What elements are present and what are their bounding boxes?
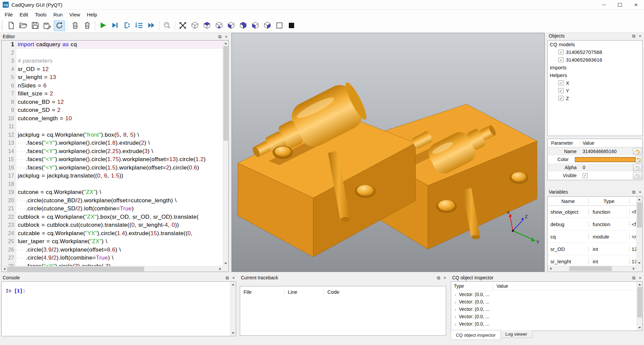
tree-item-helpers[interactable]: Helpers	[548, 71, 642, 79]
code-line-18[interactable]: 18	[2, 180, 223, 189]
delete-all-button[interactable]	[69, 20, 81, 31]
objects-float-button[interactable]: ⧉	[632, 34, 635, 38]
property-row-color[interactable]: Color	[548, 155, 642, 163]
inspector-row-0[interactable]: ›Vector: (0.0, ...	[451, 291, 642, 298]
editor-horizontal-scrollbar[interactable]	[2, 266, 223, 272]
inspect-button[interactable]	[161, 20, 173, 31]
code-line-24[interactable]: 24cutcable·=·cq.Workplane("YX").circle(1…	[2, 229, 223, 238]
code-line-9[interactable]: 9cutcone_SD·=·2	[2, 106, 223, 115]
code-line-7[interactable]: 7fillet_size·=·2	[2, 90, 223, 98]
tab-log-viewer[interactable]: Log viewer	[501, 330, 532, 338]
code-line-20[interactable]: 20····.circle(cutcone_BD/2).workplane(of…	[2, 197, 223, 205]
scroll-right-icon[interactable]	[631, 266, 637, 271]
code-line-8[interactable]: 8cutcone_BD·=·12	[2, 98, 223, 107]
view-right-button[interactable]	[262, 20, 273, 31]
debug-button[interactable]	[109, 20, 121, 31]
tab-cq-object-inspector[interactable]: CQ object inspector	[451, 330, 501, 340]
undo-button[interactable]	[633, 148, 642, 155]
inspector-row-2[interactable]: ›Vector: (0.0, ...	[451, 305, 642, 313]
code-editor[interactable]: 1import·cadquery·as·cq23# parameters4sr_…	[1, 40, 229, 272]
code-line-5[interactable]: 5sr_lenght·=·13	[2, 73, 223, 82]
menu-run[interactable]: Run	[50, 11, 66, 18]
save-as-button[interactable]	[42, 20, 53, 31]
code-line-14[interactable]: 14····.faces("<Y").workplane().circle(2.…	[2, 147, 223, 156]
inspector-header-type[interactable]: Type	[451, 282, 493, 290]
fast-forward-button[interactable]	[146, 20, 157, 31]
code-line-3[interactable]: 3# parameters	[2, 57, 223, 65]
inspector-row-1[interactable]: ›Vector: (0.0, ...	[451, 298, 642, 305]
view-bottom-button[interactable]	[213, 20, 225, 31]
tree-item-3140652683616[interactable]: ✓3140652683616	[548, 56, 642, 64]
tree-item-z[interactable]: ✓Z	[548, 94, 642, 102]
inspector-vertical-scrollbar[interactable]	[637, 282, 642, 331]
traceback-float-button[interactable]: ⧉	[437, 276, 440, 280]
variables-float-button[interactable]: ⧉	[632, 190, 635, 194]
code-line-4[interactable]: 4sr_OD·=·12	[2, 65, 223, 74]
editor-close-button[interactable]: ×	[225, 34, 227, 39]
view-top-button[interactable]	[201, 20, 213, 31]
property-value[interactable]: 0	[580, 165, 633, 170]
block-step-button[interactable]	[133, 20, 145, 31]
variables-vertical-scrollbar[interactable]	[636, 197, 642, 266]
editor-vertical-scrollbar[interactable]	[223, 41, 228, 266]
variables-horizontal-scrollbar[interactable]	[548, 266, 637, 272]
code-line-23[interactable]: 23cutblock·=·cutblock.cut(cutcone).trans…	[2, 221, 223, 229]
property-value[interactable]: 3140646685160	[580, 149, 633, 154]
code-line-26[interactable]: 26····.circle(3.9/2).workplane(offset=8.…	[2, 246, 223, 254]
viewport-3d[interactable]: X Z Y	[231, 33, 545, 272]
shaded-button[interactable]	[286, 20, 297, 31]
tree-item-cq-models[interactable]: CQ models	[548, 41, 642, 48]
variable-row-sr_lenght[interactable]: sr_lenghtint13	[548, 255, 637, 266]
view-back-button[interactable]	[237, 20, 249, 31]
maximize-button[interactable]	[612, 0, 628, 9]
menu-help[interactable]: Help	[84, 11, 101, 18]
property-value[interactable]	[572, 157, 635, 162]
step-button[interactable]	[121, 20, 133, 31]
expand-chevron-icon[interactable]: ›	[454, 299, 456, 305]
expand-chevron-icon[interactable]: ›	[454, 306, 456, 312]
scroll-up-icon[interactable]	[230, 282, 236, 287]
checkbox-icon[interactable]: ✓	[558, 80, 564, 85]
variable-row-debug[interactable]: debugfunction<f	[548, 218, 637, 230]
menu-file[interactable]: File	[1, 11, 16, 18]
variables-close-button[interactable]: ×	[639, 190, 641, 194]
view-left-button[interactable]	[250, 20, 261, 31]
code-line-21[interactable]: 21····.circle(cutcone_SD/2).loft(combine…	[2, 205, 223, 213]
minimize-button[interactable]	[596, 0, 612, 9]
scroll-left-icon[interactable]	[548, 266, 553, 271]
variables-header-type[interactable]: Type	[589, 198, 630, 204]
scroll-right-icon[interactable]	[218, 266, 223, 272]
variables-header-name[interactable]: Name	[548, 198, 589, 204]
scroll-up-icon[interactable]	[637, 282, 642, 287]
variable-row-cq[interactable]: cqmodule<m	[548, 230, 637, 243]
console-close-button[interactable]: ×	[232, 276, 235, 280]
editor-float-button[interactable]: ⧉	[218, 34, 221, 39]
expand-chevron-icon[interactable]: ›	[454, 321, 456, 327]
checkbox-icon[interactable]: ✓	[583, 173, 588, 178]
tree-item-x[interactable]: ✓X	[548, 79, 642, 87]
checkbox-icon[interactable]: ✓	[558, 88, 564, 93]
property-value[interactable]: ✓	[580, 173, 633, 178]
code-line-1[interactable]: 1import·cadquery·as·cq	[2, 41, 223, 49]
inspector-header-value[interactable]: Value	[493, 283, 642, 289]
scroll-down-icon[interactable]	[637, 325, 642, 331]
scroll-up-icon[interactable]	[637, 197, 642, 202]
toolbar-drag-handle[interactable]	[2, 21, 4, 31]
new-file-button[interactable]	[5, 20, 17, 31]
fit-all-button[interactable]	[177, 20, 189, 31]
code-line-6[interactable]: 6nSides·=·6	[2, 82, 223, 90]
inspector-row-4[interactable]: ›Vector: (0.0, ...	[451, 320, 642, 328]
variable-row-sr_OD[interactable]: sr_ODint12	[548, 243, 637, 255]
variables-hscroll-thumb[interactable]	[569, 266, 612, 271]
code-line-22[interactable]: 22cutblock·=·cq.Workplane("ZX").box(sr_O…	[2, 213, 223, 221]
run-button[interactable]	[97, 20, 109, 31]
editor-hscroll-thumb[interactable]	[7, 267, 144, 271]
tree-item-3140652707568[interactable]: ✓3140652707568	[548, 48, 642, 56]
traceback-header-line[interactable]: Line	[284, 288, 324, 295]
wireframe-button[interactable]	[274, 20, 285, 31]
inspector-close-button[interactable]: ×	[639, 276, 641, 280]
tree-item-imports[interactable]: Imports	[548, 64, 642, 71]
code-line-2[interactable]: 2	[2, 49, 223, 57]
checkbox-icon[interactable]: ✓	[558, 96, 564, 101]
property-row-alpha[interactable]: Alpha0	[548, 163, 642, 171]
